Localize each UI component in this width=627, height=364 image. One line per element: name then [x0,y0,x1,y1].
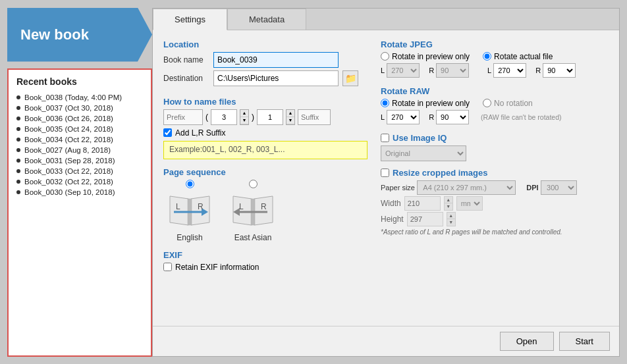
list-item[interactable]: Book_0030 (Sep 10, 2018) [16,187,143,197]
exif-title: EXIF [163,250,368,260]
dot-icon [16,169,20,173]
destination-row: Destination 📁 [163,70,368,86]
image-iq-select[interactable]: Original [381,145,466,161]
list-item[interactable]: Book_0038 (Today, 4:00 PM) [16,92,143,103]
number2-input[interactable] [257,109,283,125]
list-item[interactable]: Book_0036 (Oct 26, 2018) [16,113,143,124]
paper-size-label: Paper size [381,184,415,192]
right-column: Rotate JPEG Rotate in preview only Rotat… [381,39,609,319]
number2-spinner[interactable]: ▲ ▼ [286,109,295,125]
width-input[interactable] [404,196,441,211]
paper-size-select[interactable]: A4 (210 x 297 mm.) [417,180,516,195]
folder-browse-button[interactable]: 📁 [342,70,358,86]
recent-books-title: Recent books [16,76,143,87]
list-item[interactable]: Book_0027 (Aug 8, 2018) [16,145,143,155]
unit-select[interactable]: mm.inch [456,196,483,211]
dot-icon [16,117,20,120]
list-item[interactable]: Book_0037 (Oct 30, 2018) [16,103,143,113]
list-item[interactable]: Book_0034 (Oct 22, 2018) [16,134,143,145]
list-item[interactable]: Book_0035 (Oct 24, 2018) [16,124,143,134]
paper-size-row: Paper size A4 (210 x 297 mm.) DPI 300150… [381,180,609,195]
svg-text:R: R [198,202,204,211]
width-spinner-up[interactable]: ▲ [445,197,452,204]
rotate-raw-title: Rotate RAW [381,86,609,96]
width-spinner-down[interactable]: ▼ [445,203,452,210]
list-item[interactable]: Book_0031 (Sep 28, 2018) [16,155,143,166]
exif-checkbox-row: Retain EXIF information [163,263,368,272]
east-asian-radio[interactable] [249,180,258,188]
height-spinner-down[interactable]: ▼ [447,219,455,226]
dot-icon [16,106,20,110]
resize-checkbox[interactable] [381,169,389,177]
rotate-jpeg-actual-l-select[interactable]: 270900180 [493,63,526,78]
page-seq-english: L R English [163,180,216,242]
recent-book-label: Book_0034 (Oct 22, 2018) [24,136,113,143]
rotate-jpeg-preview-lr: L 270900180 [381,63,420,78]
rotate-jpeg-lr-preview-row: L 270900180 R 902700180 L [381,63,609,78]
rotate-jpeg-preview-r-select[interactable]: 902700180 [436,63,469,78]
rotate-jpeg-actual-label: Rotate actual file [494,52,553,61]
tab-settings[interactable]: Settings [153,9,227,30]
destination-input[interactable] [213,70,339,86]
east-asian-book-icon: L R [227,191,279,230]
list-item[interactable]: Book_0032 (Oct 22, 2018) [16,176,143,187]
exif-section: EXIF Retain EXIF information [163,250,368,272]
rotate-raw-l-select[interactable]: 270900180 [387,110,420,124]
recent-book-label: Book_0031 (Sep 28, 2018) [24,157,115,165]
rotate-raw-note: (RAW file can't be rotated) [481,113,561,121]
rotate-jpeg-preview-radio[interactable] [381,52,389,61]
recent-book-label: Book_0037 (Oct 30, 2018) [24,104,113,112]
rotate-jpeg-actual-radio[interactable] [483,52,491,61]
list-item[interactable]: Book_0033 (Oct 22, 2018) [16,166,143,176]
svg-text:L: L [239,202,244,211]
destination-label: Destination [163,74,209,83]
dot-icon [16,180,20,184]
rotate-raw-r-select[interactable]: 902700180 [436,110,469,124]
add-lr-suffix-checkbox[interactable] [163,128,172,137]
svg-text:L: L [176,202,180,211]
recent-book-label: Book_0038 (Today, 4:00 PM) [24,93,122,101]
new-book-banner: New book [7,8,152,62]
tab-metadata[interactable]: Metadata [227,9,306,30]
dot-icon [16,159,20,163]
image-iq-checkbox[interactable] [381,134,389,142]
recent-book-label: Book_0030 (Sep 10, 2018) [24,188,115,196]
rotate-raw-norot-radio[interactable] [483,99,491,107]
rotate-raw-section: Rotate RAW Rotate in preview only No rot… [381,86,609,126]
height-input[interactable] [407,212,443,226]
height-spinner-up[interactable]: ▲ [447,213,455,220]
book-name-label: Book name [163,55,209,65]
english-label: English [177,233,202,242]
rotate-jpeg-preview-row: Rotate in preview only [381,52,470,61]
number1-spinner[interactable]: ▲ ▼ [240,109,249,125]
example-text: Example:001_L, 002_R, 003_L... [169,145,285,154]
dpi-label: DPI [526,184,538,192]
naming-row: ( ▲ ▼ ) ▲ ▼ [163,109,368,125]
recent-books-list: Book_0038 (Today, 4:00 PM)Book_0037 (Oct… [16,92,143,197]
image-iq-section: Use Image IQ Original [381,133,609,161]
exif-checkbox[interactable] [163,263,172,271]
number1-input[interactable] [211,109,237,125]
recent-book-label: Book_0032 (Oct 22, 2018) [24,178,113,186]
rotate-raw-preview-radio[interactable] [381,99,389,107]
prefix-input[interactable] [163,109,203,125]
recent-book-label: Book_0027 (Aug 8, 2018) [24,146,111,154]
location-section: Location Book name Destination 📁 [163,39,368,89]
rotate-raw-preview-row: Rotate in preview only [381,99,470,108]
rotate-jpeg-actual-lr: L 270900180 [487,63,526,78]
start-button[interactable]: Start [559,332,610,351]
recent-book-label: Book_0033 (Oct 22, 2018) [24,167,113,175]
rotate-jpeg-actual-r-select[interactable]: 902700180 [543,63,576,78]
page-sequence-options: L R English [163,180,368,242]
rotate-jpeg-actual-row: Rotate actual file [483,52,553,61]
open-button[interactable]: Open [500,332,554,351]
suffix-input[interactable] [298,109,331,125]
english-book-icon: L R [163,191,216,230]
dpi-select[interactable]: 300150600 [541,180,577,195]
rotate-jpeg-preview-l-select[interactable]: 270900180 [387,63,420,78]
recent-book-label: Book_0035 (Oct 24, 2018) [24,125,113,133]
book-name-input[interactable] [213,52,339,68]
page-seq-east-asian: L R East Asian [227,180,279,242]
settings-panel: Settings Metadata Location Book name Des… [152,8,620,357]
english-radio[interactable] [186,180,194,188]
